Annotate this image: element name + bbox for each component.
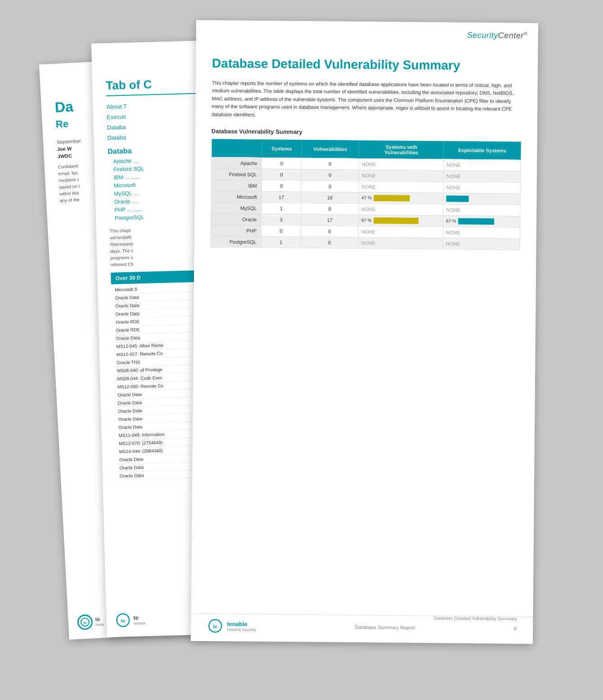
row-systems-microsoft: 17 xyxy=(261,191,301,203)
page3-header: SecurityCenter® xyxy=(196,20,538,45)
row-systems-ibm: 0 xyxy=(261,180,301,192)
row-systems-postgresql: 1 xyxy=(261,236,301,248)
row-systems-firebird: 0 xyxy=(262,169,302,180)
row-vulns-ibm: 0 xyxy=(301,180,359,192)
row-systems-apache: 0 xyxy=(262,157,302,169)
table-body: Apache 0 0 NONE NONE Firebird SQL 0 0 NO… xyxy=(211,157,521,250)
row-name-mysql: MySQL xyxy=(211,202,261,214)
bar-sw-microsoft-container: 47 % xyxy=(361,194,440,202)
bar-sw-microsoft-bar xyxy=(374,195,410,202)
page3-content: Database Detailed Vulnerability Summary … xyxy=(194,42,538,259)
row-ex-mysql: NONE xyxy=(443,204,520,216)
row-name-postgresql: PostgreSQL xyxy=(211,236,261,247)
section-title: Database Vulnerability Summary xyxy=(212,128,521,137)
footer-logo-p3: te tenable network security xyxy=(207,618,256,634)
row-ex-firebird: NONE xyxy=(443,171,520,182)
tenable-text-p1: te xyxy=(95,616,104,623)
pages-container: SecurityCenter® Da Re September Joe W JW… xyxy=(54,22,549,678)
row-vulns-oracle: 17 xyxy=(301,214,359,226)
row-systems-php: 0 xyxy=(261,225,301,237)
row-name-microsoft: Microsoft xyxy=(211,191,261,202)
p2-tenable-name: te xyxy=(133,614,145,621)
row-vulns-microsoft: 16 xyxy=(301,192,359,203)
bar-sw-oracle-container: 67 % xyxy=(361,217,440,224)
row-name-php: PHP xyxy=(211,224,261,236)
col-sys-with-vulns: Systems withVulnerabilities xyxy=(359,140,444,159)
bar-ex-microsoft-container xyxy=(446,195,518,202)
tenable-logo-p2: te te networ xyxy=(115,612,146,628)
row-sw-mysql: NONE xyxy=(359,203,443,215)
table-header: Systems Vulnerabilities Systems withVuln… xyxy=(212,139,521,160)
tenable-logo-svg-p3: te xyxy=(207,618,223,634)
row-name-oracle: Oracle xyxy=(211,213,261,225)
bar-ex-oracle-label: 67 % xyxy=(446,219,456,224)
row-ex-php: NONE xyxy=(443,227,520,238)
tenable-logo-p1: te te netw xyxy=(77,614,104,630)
p2-tenable-sub: networ xyxy=(133,621,145,626)
row-vulns-firebird: 0 xyxy=(302,169,359,181)
row-ex-postgresql: NONE xyxy=(443,238,520,250)
row-ex-apache: NONE xyxy=(444,159,521,171)
bar-ex-microsoft-bar xyxy=(446,195,469,202)
report-main-title: Database Detailed Vulnerability Summary xyxy=(212,56,522,74)
row-ex-ibm: NONE xyxy=(443,182,520,193)
footer-center-text: Database Summary Report xyxy=(355,624,415,630)
vulnerability-table: Systems Vulnerabilities Systems withVuln… xyxy=(211,139,521,250)
row-sw-oracle: 67 % xyxy=(358,215,443,227)
row-sw-ibm: NONE xyxy=(359,181,443,193)
report-body-text: This chapter reports the number of syste… xyxy=(212,79,522,121)
row-sw-postgresql: NONE xyxy=(358,237,443,249)
bar-sw-oracle-label: 67 % xyxy=(361,218,372,223)
footer-page-num: 6 xyxy=(514,626,517,631)
row-systems-mysql: 1 xyxy=(261,202,301,214)
svg-text:te: te xyxy=(121,618,126,623)
row-sw-microsoft: 47 % xyxy=(359,192,443,204)
col-name xyxy=(212,139,262,157)
row-ex-oracle: 67 % xyxy=(443,215,520,227)
row-vulns-apache: 0 xyxy=(302,158,359,170)
col-exploitable: Exploitable Systems xyxy=(444,141,521,160)
col-vulnerabilities: Vulnerabilities xyxy=(302,139,359,158)
row-vulns-mysql: 0 xyxy=(301,203,359,215)
row-name-firebird: Firebird SQL xyxy=(211,168,261,180)
footer-tenable-name: tenable xyxy=(227,620,256,628)
row-name-apache: Apache xyxy=(212,157,262,169)
row-sw-firebird: NONE xyxy=(359,170,443,182)
row-vulns-php: 0 xyxy=(301,225,358,237)
svg-text:te: te xyxy=(213,624,217,629)
page1-footer: te te netw xyxy=(77,614,104,630)
row-vulns-postgresql: 0 xyxy=(301,237,358,248)
row-name-ibm: IBM xyxy=(211,179,261,191)
bar-sw-microsoft-label: 47 % xyxy=(361,195,372,200)
row-sw-apache: NONE xyxy=(359,158,443,171)
tenable-subtext-p1: netw xyxy=(95,622,104,627)
bar-ex-oracle-bar xyxy=(458,218,494,224)
table-row: PostgreSQL 1 0 NONE NONE xyxy=(211,236,520,250)
row-ex-microsoft xyxy=(443,193,520,205)
footer-tenable-sub: network security xyxy=(227,627,256,632)
row-sw-php: NONE xyxy=(358,226,443,238)
page2-footer: te te networ xyxy=(115,612,146,628)
table-header-row: Systems Vulnerabilities Systems withVuln… xyxy=(212,139,521,160)
tenable-circle-p1: te xyxy=(77,614,93,630)
row-systems-oracle: 3 xyxy=(261,214,301,225)
col-systems: Systems xyxy=(262,139,302,158)
security-center-logo-p3: SecurityCenter® xyxy=(467,31,527,40)
page-3: SecurityCenter® Database Detailed Vulner… xyxy=(191,20,538,644)
svg-text:te: te xyxy=(83,621,87,625)
page3-footer: te tenable network security Database Sum… xyxy=(191,614,533,637)
bar-sw-oracle-bar xyxy=(374,217,418,224)
bar-ex-oracle-container: 67 % xyxy=(446,218,517,224)
